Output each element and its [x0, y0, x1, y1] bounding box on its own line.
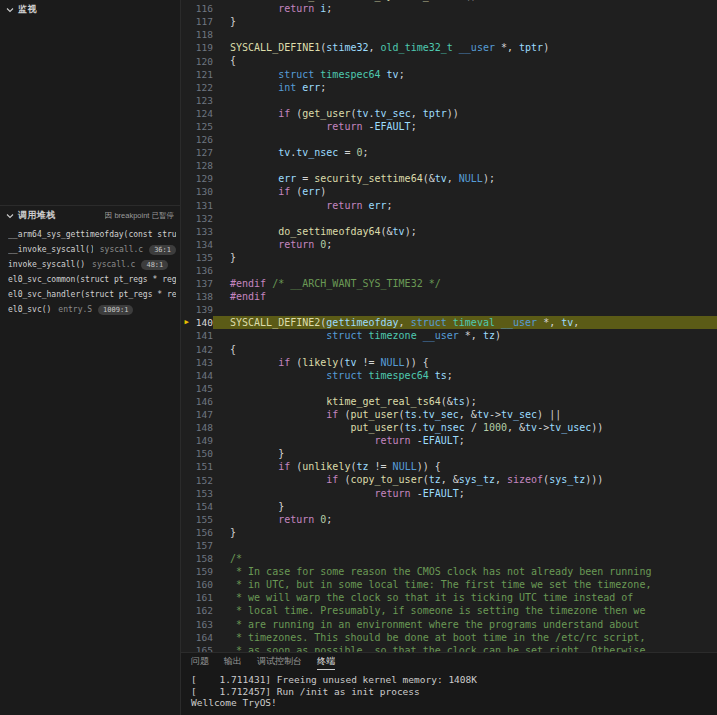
code-line[interactable]: 155 return 0;	[181, 513, 717, 526]
line-number[interactable]: 144	[192, 370, 213, 381]
code-line[interactable]: 117}	[181, 15, 717, 28]
line-number[interactable]: 138	[192, 291, 213, 302]
line-number[interactable]: 142	[192, 344, 213, 355]
line-number[interactable]: 131	[192, 200, 213, 211]
code-line[interactable]: 131 return err;	[181, 199, 717, 212]
code-line[interactable]: 159 * In case for some reason the CMOS c…	[181, 565, 717, 578]
code-editor[interactable]: 115 force_successful_syscall_return();11…	[181, 0, 717, 652]
line-number[interactable]: 118	[192, 29, 213, 40]
code-line[interactable]: 135}	[181, 251, 717, 264]
line-number[interactable]: 123	[192, 95, 213, 106]
code-line[interactable]: 158/*	[181, 552, 717, 565]
line-number[interactable]: 119	[192, 42, 213, 53]
callstack-frame[interactable]: el0_svc_handler(struct pt_regs * re	[0, 287, 180, 302]
code-line[interactable]: 139	[181, 303, 717, 316]
line-number[interactable]: 151	[192, 461, 213, 472]
callstack-frame[interactable]: el0_svc_common(struct pt_regs * reg	[0, 272, 180, 287]
line-number[interactable]: 116	[192, 3, 213, 14]
line-number[interactable]: 152	[192, 475, 213, 486]
line-number[interactable]: 155	[192, 514, 213, 525]
line-number[interactable]: 129	[192, 173, 213, 184]
callstack-frame[interactable]: __invoke_syscall()syscall.c36:1	[0, 242, 180, 257]
code-line[interactable]: 163 * are running in an environment wher…	[181, 618, 717, 631]
code-line[interactable]: 148 put_user(ts.tv_nsec / 1000, &tv->tv_…	[181, 421, 717, 434]
code-line[interactable]: 157	[181, 539, 717, 552]
code-line[interactable]: 160 * in UTC, but in some local time: Th…	[181, 578, 717, 591]
code-line[interactable]: 144 struct timespec64 ts;	[181, 369, 717, 382]
code-line[interactable]: 143 if (likely(tv != NULL)) {	[181, 356, 717, 369]
callstack-section-header[interactable]: 调用堆栈 因 breakpoint 已暂停	[0, 206, 180, 225]
line-number[interactable]: 158	[192, 553, 213, 564]
code-line[interactable]: 151 if (unlikely(tz != NULL)) {	[181, 460, 717, 473]
line-number[interactable]: 160	[192, 579, 213, 590]
code-line[interactable]: 145	[181, 382, 717, 395]
line-number[interactable]: 157	[192, 540, 213, 551]
line-number[interactable]: 146	[192, 396, 213, 407]
code-line[interactable]: 162 * local time. Presumably, if someone…	[181, 604, 717, 617]
line-number[interactable]: 135	[192, 252, 213, 263]
code-line[interactable]: 118	[181, 28, 717, 41]
line-number[interactable]: 137	[192, 278, 213, 289]
line-number[interactable]: 128	[192, 160, 213, 171]
line-number[interactable]: 127	[192, 147, 213, 158]
code-line[interactable]: 119SYSCALL_DEFINE1(stime32, old_time32_t…	[181, 41, 717, 54]
code-line[interactable]: 150 }	[181, 447, 717, 460]
line-number[interactable]: 115	[192, 0, 213, 1]
code-line[interactable]: 132	[181, 212, 717, 225]
code-line[interactable]: 125 return -EFAULT;	[181, 120, 717, 133]
line-number[interactable]: 156	[192, 527, 213, 538]
code-line[interactable]: 123	[181, 94, 717, 107]
callstack-frame[interactable]: invoke_syscall()syscall.c48:1	[0, 257, 180, 272]
code-line[interactable]: 136	[181, 264, 717, 277]
code-line[interactable]: 120{	[181, 54, 717, 67]
line-number[interactable]: 165	[192, 645, 213, 652]
line-number[interactable]: 136	[192, 265, 213, 276]
code-line[interactable]: 156}	[181, 526, 717, 539]
code-line[interactable]: 138#endif	[181, 290, 717, 303]
line-number[interactable]: 161	[192, 592, 213, 603]
line-number[interactable]: 140	[192, 317, 213, 328]
code-line[interactable]: 154 }	[181, 500, 717, 513]
code-line[interactable]: 134 return 0;	[181, 238, 717, 251]
code-line[interactable]: 146 ktime_get_real_ts64(&ts);	[181, 395, 717, 408]
code-line[interactable]: 141 struct timezone __user *, tz)	[181, 329, 717, 342]
callstack-frame[interactable]: el0_svc()entry.S1009:1	[0, 302, 180, 317]
code-line[interactable]: 142{	[181, 343, 717, 356]
line-number[interactable]: 149	[192, 435, 213, 446]
line-number[interactable]: 162	[192, 605, 213, 616]
line-number[interactable]: 154	[192, 501, 213, 512]
code-line[interactable]: 126	[181, 133, 717, 146]
code-line[interactable]: 152 if (copy_to_user(tz, &sys_tz, sizeof…	[181, 473, 717, 486]
code-line[interactable]: 153 return -EFAULT;	[181, 487, 717, 500]
callstack-frame[interactable]: __arm64_sys_gettimeofday(const stru	[0, 227, 180, 242]
code-line[interactable]: 161 * we will warp the clock so that it …	[181, 591, 717, 604]
panel-tab-terminal[interactable]: 终端	[317, 653, 335, 670]
line-number[interactable]: 163	[192, 619, 213, 630]
panel-tab-debug-console[interactable]: 调试控制台	[257, 653, 302, 670]
line-number[interactable]: 124	[192, 108, 213, 119]
code-line[interactable]: 116 return i;	[181, 2, 717, 15]
code-line[interactable]: 147 if (put_user(ts.tv_sec, &tv->tv_sec)…	[181, 408, 717, 421]
code-line[interactable]: 165 * as soon as possible, so that the c…	[181, 644, 717, 652]
line-number[interactable]: 145	[192, 383, 213, 394]
code-line[interactable]: 128	[181, 159, 717, 172]
line-number[interactable]: 133	[192, 226, 213, 237]
code-line[interactable]: 129 err = security_settime64(&tv, NULL);	[181, 172, 717, 185]
code-line[interactable]: 137#endif /* __ARCH_WANT_SYS_TIME32 */	[181, 277, 717, 290]
line-number[interactable]: 126	[192, 134, 213, 145]
code-line[interactable]: 149 return -EFAULT;	[181, 434, 717, 447]
panel-tab-problems[interactable]: 问题	[191, 653, 209, 670]
line-number[interactable]: 132	[192, 213, 213, 224]
code-line[interactable]: 122 int err;	[181, 81, 717, 94]
line-number[interactable]: 117	[192, 16, 213, 27]
line-number[interactable]: 148	[192, 422, 213, 433]
code-line[interactable]: 127 tv.tv_nsec = 0;	[181, 146, 717, 159]
code-line[interactable]: 133 do_settimeofday64(&tv);	[181, 225, 717, 238]
code-line[interactable]: 124 if (get_user(tv.tv_sec, tptr))	[181, 107, 717, 120]
code-line[interactable]: 164 * timezones. This should be done at …	[181, 631, 717, 644]
line-number[interactable]: 150	[192, 448, 213, 459]
code-line[interactable]: ▶140SYSCALL_DEFINE2(gettimeofday, struct…	[181, 316, 717, 329]
line-number[interactable]: 147	[192, 409, 213, 420]
panel-tab-output[interactable]: 输出	[224, 653, 242, 670]
line-number[interactable]: 139	[192, 304, 213, 315]
